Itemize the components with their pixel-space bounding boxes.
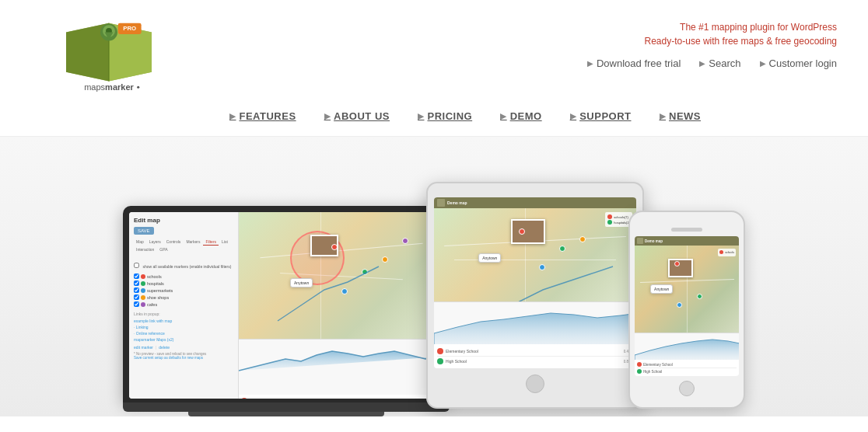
tablet-content: Demo map Anytown: [434, 197, 636, 368]
phone-home-button[interactable]: [679, 381, 695, 396]
edit-map-title: Edit map: [134, 217, 233, 224]
tablet-menu-icon: [437, 199, 445, 207]
layer-dot-supermarkets: [141, 288, 145, 293]
phone-popup: Anytown: [650, 284, 673, 294]
phone-list-text-1: Elementary School: [643, 363, 673, 367]
tablet-chart: [434, 301, 636, 344]
links-section: Links in popup: example link with map · …: [134, 312, 233, 342]
nav-support[interactable]: ▶ SUPPORT: [556, 107, 646, 125]
laptop-map-area: Anytown: [239, 212, 443, 399]
laptop-map-bg: Anytown: [239, 212, 443, 339]
layer-dot-cafes: [141, 302, 145, 307]
play-news-icon: ▶: [660, 112, 667, 120]
phone-speaker: [671, 228, 702, 232]
set-default-link: Save current setup as defaults for new m…: [134, 356, 233, 360]
phone-list: Elementary School High School: [635, 360, 739, 376]
devices-container: Edit map SAVE Map Layers Controls Marker…: [0, 182, 868, 416]
elevation-chart: [239, 340, 443, 395]
svg-marker-13: [635, 340, 739, 360]
nav-demo[interactable]: ▶ DEMO: [486, 107, 556, 125]
layer-row-schools: schools: [134, 273, 233, 279]
tablet-screen: Demo map Anytown: [434, 197, 636, 368]
top-right: The #1 mapping plugin for WordPress Read…: [587, 14, 837, 69]
layer-label-hospitals: hospitals: [147, 281, 164, 286]
play-demo-icon: ▶: [500, 112, 507, 120]
nav-support-label: SUPPORT: [579, 110, 631, 122]
layer-check-shoeshops[interactable]: [134, 294, 139, 300]
phone-list-icon-2: [637, 369, 642, 374]
tagline-line1: The #1 mapping plugin for WordPress: [645, 20, 837, 34]
filter-checkbox[interactable]: [134, 263, 139, 268]
edit-actions: edit marker | delete: [134, 345, 233, 350]
logo-svg: PRO mapsmarker: [31, 14, 187, 99]
phone-chart: [635, 333, 739, 360]
tablet-device: Demo map Anytown: [426, 182, 644, 409]
tab-layers: Layers: [147, 239, 163, 246]
laptop-screen: Edit map SAVE Map Layers Controls Marker…: [129, 212, 443, 399]
download-label: Download free trial: [597, 57, 681, 69]
tablet-list-icon-2: [437, 358, 443, 364]
layer-row-supermarkets: supermarkets: [134, 287, 233, 293]
nav-pricing[interactable]: ▶ PRICING: [404, 107, 486, 125]
tablet-list-text-1: Elementary School: [446, 349, 478, 354]
tab-filters: Filters: [203, 239, 219, 246]
logo-area: PRO mapsmarker: [31, 14, 187, 99]
save-btn-mock: SAVE: [134, 227, 154, 235]
list-icon-1: [241, 398, 247, 399]
search-link[interactable]: ▶ Search: [699, 57, 740, 69]
layer-row-shoeshops: shoe shops: [134, 294, 233, 300]
play-icon-search: ▶: [699, 59, 705, 68]
phone-map: Anytown schools: [635, 246, 739, 333]
phone-legend-label-1: schools: [725, 251, 734, 254]
tab-controls: Controls: [164, 239, 184, 246]
top-nav: ▶ Download free trial ▶ Search ▶ Custome…: [587, 57, 837, 69]
tagline: The #1 mapping plugin for WordPress Read…: [645, 20, 837, 48]
svg-text:PRO: PRO: [123, 25, 136, 32]
phone-pin-2: [697, 294, 702, 299]
layer-check-hospitals[interactable]: [134, 280, 139, 286]
customer-login-link[interactable]: ▶ Customer login: [760, 57, 837, 69]
link-example-map: example link with map: [134, 319, 233, 323]
layer-check-supermarkets[interactable]: [134, 287, 139, 293]
download-trial-link[interactable]: ▶ Download free trial: [587, 57, 681, 69]
route-svg: [239, 212, 443, 339]
phone-body: Demo map Anytown: [628, 211, 745, 409]
phone-legend-item-1: schools: [719, 250, 734, 254]
svg-text:mapsmarker: mapsmarker: [84, 82, 134, 92]
nav-about[interactable]: ▶ ABOUT US: [310, 107, 404, 125]
delete-link: delete: [159, 345, 170, 350]
layer-check-cafes[interactable]: [134, 301, 139, 307]
phone-legend-dot-1: [719, 250, 723, 254]
laptop-chart: [239, 339, 443, 395]
nav-news-label: NEWS: [669, 110, 701, 122]
tablet-elevation-chart: [434, 302, 636, 344]
laptop-sidebar: Edit map SAVE Map Layers Controls Marker…: [129, 212, 239, 399]
tab-map: Map: [134, 239, 146, 246]
nav-about-label: ABOUT US: [334, 110, 390, 122]
layer-dot-schools: [141, 274, 145, 279]
nav-demo-label: DEMO: [510, 110, 542, 122]
nav-pricing-label: PRICING: [427, 110, 472, 122]
phone-title: Demo map: [645, 239, 663, 243]
phone-content: Demo map Anytown: [635, 236, 739, 376]
nav-features[interactable]: ▶ FEATURES: [215, 107, 310, 125]
layer-check-schools[interactable]: [134, 273, 139, 279]
tablet-list-row-1: Elementary School 0.4 mi: [437, 347, 633, 357]
header: PRO mapsmarker The #1 mapping plugin for…: [0, 0, 868, 99]
tablet-list-row-2: High School 0.8 mi: [437, 357, 633, 366]
laptop-tab-row: Map Layers Controls Markers Filters List…: [134, 239, 233, 253]
link-example-1: · Linking: [134, 325, 233, 329]
phone-pin-1: [674, 261, 680, 267]
link-example-2: · Online reference: [134, 331, 233, 336]
link-mapsmarker: mapsmarker Maps (x2): [134, 337, 233, 342]
layer-dot-shoeshops: [141, 295, 145, 300]
layer-label-supermarkets: supermarkets: [147, 288, 173, 293]
login-label: Customer login: [769, 57, 837, 69]
svg-point-11: [137, 86, 139, 89]
laptop-base: [123, 402, 450, 412]
nav-news[interactable]: ▶ NEWS: [646, 107, 716, 125]
tablet-home-button[interactable]: [526, 375, 544, 393]
tablet-toolbar: Demo map: [434, 197, 636, 208]
play-icon-login: ▶: [760, 59, 766, 68]
layer-row-hospitals: hospitals: [134, 280, 233, 286]
